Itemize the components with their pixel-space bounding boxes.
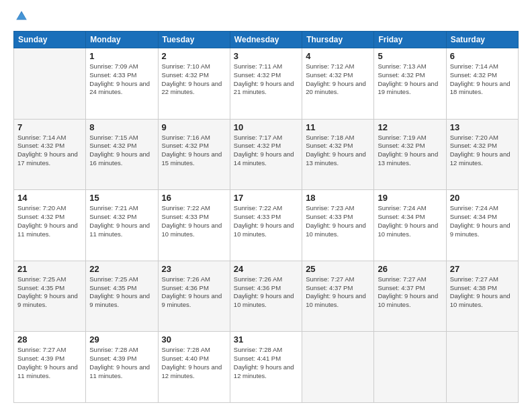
day-number: 5 [378, 51, 442, 61]
day-detail: Sunrise: 7:27 AMSunset: 4:37 PMDaylight:… [306, 275, 370, 310]
calendar-cell: 12Sunrise: 7:19 AMSunset: 4:32 PMDayligh… [374, 119, 446, 190]
calendar-cell [446, 332, 518, 403]
day-number: 24 [234, 264, 298, 274]
calendar-cell: 21Sunrise: 7:25 AMSunset: 4:35 PMDayligh… [14, 261, 86, 332]
calendar-cell: 30Sunrise: 7:28 AMSunset: 4:40 PMDayligh… [158, 332, 230, 403]
calendar-cell: 1Sunrise: 7:09 AMSunset: 4:33 PMDaylight… [86, 48, 158, 120]
day-detail: Sunrise: 7:10 AMSunset: 4:32 PMDaylight:… [162, 62, 226, 97]
day-number: 21 [17, 264, 82, 274]
day-detail: Sunrise: 7:18 AMSunset: 4:32 PMDaylight:… [306, 134, 370, 168]
day-detail: Sunrise: 7:27 AMSunset: 4:38 PMDaylight:… [450, 275, 515, 310]
calendar-header-tuesday: Tuesday [158, 32, 230, 48]
day-detail: Sunrise: 7:21 AMSunset: 4:32 PMDaylight:… [89, 204, 154, 238]
logo-icon [15, 9, 28, 23]
day-number: 13 [450, 122, 515, 132]
day-number: 9 [162, 122, 226, 132]
calendar-cell: 9Sunrise: 7:16 AMSunset: 4:32 PMDaylight… [158, 119, 230, 190]
calendar-cell: 5Sunrise: 7:13 AMSunset: 4:32 PMDaylight… [374, 48, 446, 120]
calendar-cell: 23Sunrise: 7:26 AMSunset: 4:36 PMDayligh… [158, 261, 230, 332]
calendar-cell: 3Sunrise: 7:11 AMSunset: 4:32 PMDaylight… [230, 48, 302, 120]
header [13, 11, 519, 26]
day-number: 25 [306, 264, 370, 274]
day-detail: Sunrise: 7:23 AMSunset: 4:33 PMDaylight:… [306, 204, 370, 238]
day-number: 3 [234, 51, 298, 61]
day-number: 23 [162, 264, 226, 274]
day-detail: Sunrise: 7:22 AMSunset: 4:33 PMDaylight:… [234, 204, 298, 238]
calendar-cell: 28Sunrise: 7:27 AMSunset: 4:39 PMDayligh… [14, 332, 86, 403]
day-detail: Sunrise: 7:26 AMSunset: 4:36 PMDaylight:… [162, 275, 226, 310]
day-number: 11 [306, 122, 370, 132]
day-detail: Sunrise: 7:22 AMSunset: 4:33 PMDaylight:… [162, 204, 226, 238]
day-number: 22 [89, 264, 154, 274]
day-number: 2 [162, 51, 226, 61]
calendar-cell: 4Sunrise: 7:12 AMSunset: 4:32 PMDaylight… [302, 48, 374, 120]
calendar-header-row: SundayMondayTuesdayWednesdayThursdayFrid… [14, 32, 519, 48]
day-number: 16 [162, 193, 226, 203]
day-detail: Sunrise: 7:14 AMSunset: 4:32 PMDaylight:… [17, 134, 82, 168]
day-detail: Sunrise: 7:25 AMSunset: 4:35 PMDaylight:… [89, 275, 154, 310]
day-detail: Sunrise: 7:25 AMSunset: 4:35 PMDaylight:… [17, 275, 82, 310]
day-number: 6 [450, 51, 515, 61]
calendar-header-thursday: Thursday [302, 32, 374, 48]
day-number: 15 [89, 193, 154, 203]
day-detail: Sunrise: 7:28 AMSunset: 4:40 PMDaylight:… [162, 346, 226, 380]
day-detail: Sunrise: 7:20 AMSunset: 4:32 PMDaylight:… [450, 134, 515, 168]
day-detail: Sunrise: 7:28 AMSunset: 4:39 PMDaylight:… [89, 346, 154, 380]
day-number: 27 [450, 264, 515, 274]
calendar-cell: 15Sunrise: 7:21 AMSunset: 4:32 PMDayligh… [86, 190, 158, 261]
day-number: 8 [89, 122, 154, 132]
calendar-week-4: 21Sunrise: 7:25 AMSunset: 4:35 PMDayligh… [14, 261, 519, 332]
day-detail: Sunrise: 7:12 AMSunset: 4:32 PMDaylight:… [306, 62, 370, 97]
calendar-header-friday: Friday [374, 32, 446, 48]
calendar-header-monday: Monday [86, 32, 158, 48]
calendar-cell [302, 332, 374, 403]
calendar-cell: 6Sunrise: 7:14 AMSunset: 4:32 PMDaylight… [446, 48, 518, 120]
calendar-cell: 25Sunrise: 7:27 AMSunset: 4:37 PMDayligh… [302, 261, 374, 332]
day-number: 20 [450, 193, 515, 203]
calendar-cell [14, 48, 86, 120]
calendar-header-saturday: Saturday [446, 32, 518, 48]
calendar-cell: 10Sunrise: 7:17 AMSunset: 4:32 PMDayligh… [230, 119, 302, 190]
calendar-cell: 13Sunrise: 7:20 AMSunset: 4:32 PMDayligh… [446, 119, 518, 190]
day-detail: Sunrise: 7:09 AMSunset: 4:33 PMDaylight:… [89, 62, 154, 97]
day-detail: Sunrise: 7:16 AMSunset: 4:32 PMDaylight:… [162, 134, 226, 168]
day-detail: Sunrise: 7:27 AMSunset: 4:39 PMDaylight:… [17, 346, 82, 380]
calendar-cell: 8Sunrise: 7:15 AMSunset: 4:32 PMDaylight… [86, 119, 158, 190]
day-number: 17 [234, 193, 298, 203]
day-detail: Sunrise: 7:13 AMSunset: 4:32 PMDaylight:… [378, 62, 442, 97]
day-detail: Sunrise: 7:19 AMSunset: 4:32 PMDaylight:… [378, 134, 442, 168]
calendar-cell: 26Sunrise: 7:27 AMSunset: 4:37 PMDayligh… [374, 261, 446, 332]
day-detail: Sunrise: 7:24 AMSunset: 4:34 PMDaylight:… [378, 204, 442, 238]
calendar-week-1: 1Sunrise: 7:09 AMSunset: 4:33 PMDaylight… [14, 48, 519, 120]
calendar-table: SundayMondayTuesdayWednesdayThursdayFrid… [13, 31, 519, 403]
day-number: 29 [89, 334, 154, 345]
day-number: 14 [17, 193, 82, 203]
calendar-cell: 29Sunrise: 7:28 AMSunset: 4:39 PMDayligh… [86, 332, 158, 403]
day-number: 26 [378, 264, 442, 274]
day-number: 12 [378, 122, 442, 132]
day-number: 4 [306, 51, 370, 61]
page: SundayMondayTuesdayWednesdayThursdayFrid… [0, 0, 532, 411]
calendar-cell: 7Sunrise: 7:14 AMSunset: 4:32 PMDaylight… [14, 119, 86, 190]
day-number: 30 [162, 334, 226, 345]
calendar-week-3: 14Sunrise: 7:20 AMSunset: 4:32 PMDayligh… [14, 190, 519, 261]
day-detail: Sunrise: 7:14 AMSunset: 4:32 PMDaylight:… [450, 62, 515, 97]
day-number: 28 [17, 334, 82, 345]
calendar-cell: 27Sunrise: 7:27 AMSunset: 4:38 PMDayligh… [446, 261, 518, 332]
calendar-cell: 18Sunrise: 7:23 AMSunset: 4:33 PMDayligh… [302, 190, 374, 261]
calendar-cell: 14Sunrise: 7:20 AMSunset: 4:32 PMDayligh… [14, 190, 86, 261]
calendar-header-wednesday: Wednesday [230, 32, 302, 48]
calendar-cell: 11Sunrise: 7:18 AMSunset: 4:32 PMDayligh… [302, 119, 374, 190]
day-detail: Sunrise: 7:17 AMSunset: 4:32 PMDaylight:… [234, 134, 298, 168]
calendar-cell: 19Sunrise: 7:24 AMSunset: 4:34 PMDayligh… [374, 190, 446, 261]
day-detail: Sunrise: 7:28 AMSunset: 4:41 PMDaylight:… [234, 346, 298, 380]
day-detail: Sunrise: 7:20 AMSunset: 4:32 PMDaylight:… [17, 204, 82, 238]
day-number: 18 [306, 193, 370, 203]
calendar-week-2: 7Sunrise: 7:14 AMSunset: 4:32 PMDaylight… [14, 119, 519, 190]
calendar-cell: 17Sunrise: 7:22 AMSunset: 4:33 PMDayligh… [230, 190, 302, 261]
day-detail: Sunrise: 7:27 AMSunset: 4:37 PMDaylight:… [378, 275, 442, 310]
logo [13, 11, 30, 26]
calendar-header-sunday: Sunday [14, 32, 86, 48]
day-number: 31 [234, 334, 298, 345]
calendar-cell: 16Sunrise: 7:22 AMSunset: 4:33 PMDayligh… [158, 190, 230, 261]
